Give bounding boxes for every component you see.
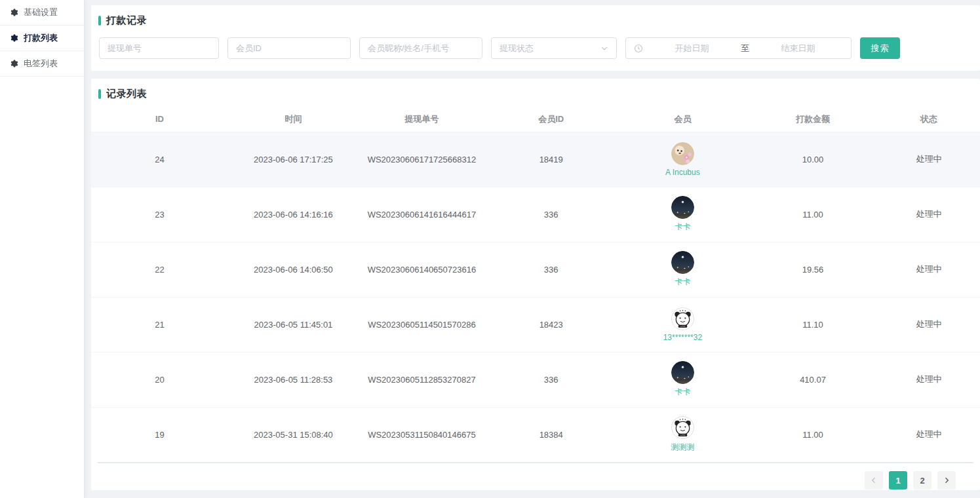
table-row: 22 2023-06-06 14:06:50 WS202306061406507… <box>91 242 980 297</box>
dog-flowers-avatar <box>671 142 694 165</box>
cell-time: 2023-05-31 15:08:40 <box>228 407 359 462</box>
cell-order-no: WS20230605114501570286 <box>359 297 485 352</box>
table-header-row: ID时间提现单号会员ID会员打款金额状态 <box>91 107 980 132</box>
cell-member: 表情包 13*******32 <box>617 297 748 352</box>
cell-status: 处理中 <box>878 132 980 187</box>
member-name-link[interactable]: 13*******32 <box>663 333 702 342</box>
next-page-button[interactable] <box>937 471 956 489</box>
records-table: ID时间提现单号会员ID会员打款金额状态 24 2023-06-06 17:17… <box>91 107 980 462</box>
main-content: 打款记录 提现状态 至 搜索 <box>85 0 980 498</box>
cell-status: 处理中 <box>878 187 980 242</box>
start-date-input[interactable] <box>647 43 737 53</box>
cell-member-id: 336 <box>485 352 617 407</box>
records-panel: 记录列表 ID时间提现单号会员ID会员打款金额状态 24 2023-06-06 … <box>91 79 980 490</box>
member-id-input[interactable] <box>227 37 351 59</box>
svg-text:表情包: 表情包 <box>680 325 686 328</box>
title-accent-bar <box>98 89 101 99</box>
cell-status: 处理中 <box>878 352 980 407</box>
status-select-placeholder: 提现状态 <box>500 43 534 54</box>
column-header: 会员ID <box>485 107 617 132</box>
cell-amount: 10.00 <box>748 132 878 187</box>
cell-amount: 19.56 <box>748 242 878 297</box>
table-row: 20 2023-06-05 11:28:53 WS202306051128532… <box>91 352 980 407</box>
title-accent-bar <box>98 16 101 26</box>
cell-time: 2023-06-05 11:45:01 <box>228 297 359 352</box>
night-scene-avatar <box>671 251 694 274</box>
end-date-input[interactable] <box>753 43 843 53</box>
cell-member: 卡卡 <box>617 187 748 242</box>
cell-member: A Incubus <box>617 132 748 187</box>
cell-id: 19 <box>91 407 228 462</box>
table-row: 23 2023-06-06 14:16:16 WS202306061416164… <box>91 187 980 242</box>
sidebar-item-电签列表[interactable]: 电签列表 <box>0 51 84 77</box>
pagination: 12 <box>91 463 980 489</box>
cell-member: 卡卡 <box>617 352 748 407</box>
column-header: ID <box>91 107 228 132</box>
cell-member-id: 336 <box>485 242 617 297</box>
cell-order-no: WS20230606140650723616 <box>359 242 485 297</box>
panda-meme-avatar: 表情包 <box>671 416 694 439</box>
clock-icon <box>634 44 643 53</box>
cell-amount: 11.00 <box>748 407 878 462</box>
page-button-1[interactable]: 1 <box>889 471 907 489</box>
panda-meme-avatar: 表情包 <box>671 307 694 330</box>
cell-amount: 410.07 <box>748 352 878 407</box>
cell-status: 处理中 <box>878 297 980 352</box>
column-header: 打款金额 <box>748 107 878 132</box>
member-name-link[interactable]: 测测测 <box>671 442 694 453</box>
filter-row: 提现状态 至 搜索 <box>98 37 970 59</box>
date-range-picker[interactable]: 至 <box>625 37 852 59</box>
column-header: 提现单号 <box>359 107 485 132</box>
filter-panel-title-text: 打款记录 <box>106 14 147 27</box>
withdraw-no-input[interactable] <box>99 37 219 59</box>
member-name-link[interactable]: 卡卡 <box>675 387 690 398</box>
date-range-separator: 至 <box>741 43 749 54</box>
chevron-down-icon <box>600 45 608 52</box>
page-button-2[interactable]: 2 <box>913 471 931 489</box>
cell-id: 21 <box>91 297 228 352</box>
table-row: 21 2023-06-05 11:45:01 WS202306051145015… <box>91 297 980 352</box>
member-name-input[interactable] <box>359 37 482 59</box>
records-panel-title: 记录列表 <box>91 88 980 100</box>
column-header: 会员 <box>617 107 748 132</box>
gear-icon <box>9 33 18 43</box>
gear-icon <box>9 59 18 68</box>
table-row: 24 2023-06-06 17:17:25 WS202306061717256… <box>91 132 980 187</box>
cell-id: 24 <box>91 132 228 187</box>
cell-order-no: WS20230531150840146675 <box>359 407 485 462</box>
member-name-link[interactable]: 卡卡 <box>675 221 690 233</box>
cell-order-no: WS20230606171725668312 <box>359 132 485 187</box>
sidebar-item-基础设置[interactable]: 基础设置 <box>0 0 84 26</box>
withdraw-status-select[interactable]: 提现状态 <box>491 37 617 59</box>
member-name-link[interactable]: A Incubus <box>665 168 700 177</box>
member-name-link[interactable]: 卡卡 <box>675 277 690 288</box>
cell-amount: 11.10 <box>748 297 878 352</box>
cell-status: 处理中 <box>878 242 980 297</box>
gear-icon <box>9 8 18 17</box>
cell-member-id: 336 <box>485 187 617 242</box>
night-scene-avatar <box>671 196 694 219</box>
cell-time: 2023-06-06 14:06:50 <box>228 242 359 297</box>
column-header: 时间 <box>228 107 359 132</box>
cell-member-id: 18384 <box>485 407 617 462</box>
sidebar-item-label: 基础设置 <box>24 7 58 18</box>
cell-status: 处理中 <box>878 407 980 462</box>
sidebar-item-打款列表[interactable]: 打款列表 <box>0 26 84 51</box>
cell-member: 表情包 测测测 <box>617 407 748 462</box>
cell-id: 20 <box>91 352 228 407</box>
cell-time: 2023-06-05 11:28:53 <box>228 352 359 407</box>
sidebar: 基础设置打款列表电签列表 <box>0 0 85 498</box>
chevron-right-icon <box>943 476 951 484</box>
cell-id: 23 <box>91 187 228 242</box>
search-button[interactable]: 搜索 <box>860 37 900 59</box>
cell-member: 卡卡 <box>617 242 748 297</box>
table-row: 19 2023-05-31 15:08:40 WS202305311508401… <box>91 407 980 462</box>
chevron-left-icon <box>870 476 878 484</box>
sidebar-item-label: 打款列表 <box>24 32 58 44</box>
svg-text:表情包: 表情包 <box>680 434 686 436</box>
cell-member-id: 18423 <box>485 297 617 352</box>
column-header: 状态 <box>878 107 980 132</box>
cell-order-no: WS20230606141616444617 <box>359 187 485 242</box>
cell-order-no: WS20230605112853270827 <box>359 352 485 407</box>
prev-page-button[interactable] <box>865 471 883 489</box>
